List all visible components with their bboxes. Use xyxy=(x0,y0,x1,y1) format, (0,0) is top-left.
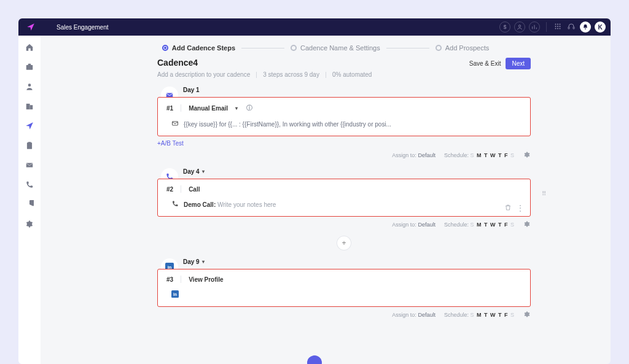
more-icon[interactable]: ⋮ xyxy=(517,204,524,213)
chevron-down-icon[interactable]: ▾ xyxy=(202,169,205,174)
svg-text:in: in xyxy=(173,292,177,296)
gear-icon[interactable] xyxy=(523,311,531,319)
step-name-settings[interactable]: Cadence Name & Settings xyxy=(291,44,380,52)
svg-rect-12 xyxy=(26,65,33,70)
schedule-days[interactable]: S M T W T F S xyxy=(470,312,515,318)
day-block: Day 1 #1 Manual Email ▾ ⓘ xyxy=(41,78,611,160)
svg-rect-16 xyxy=(27,142,32,149)
linkedin-mini-icon: in xyxy=(171,290,179,299)
cadence-icon[interactable] xyxy=(24,122,35,130)
day-label[interactable]: Day 4 xyxy=(183,168,200,175)
step-add-cadence[interactable]: Add Cadence Steps xyxy=(162,44,235,52)
avatar[interactable]: K xyxy=(595,21,606,33)
day-block: Day 4▾ #2 Call Demo Call: Write your not… xyxy=(41,160,611,250)
svg-point-4 xyxy=(555,26,557,27)
svg-point-8 xyxy=(557,28,558,29)
svg-rect-15 xyxy=(30,105,33,109)
pie-icon[interactable] xyxy=(24,200,35,209)
chevron-down-icon[interactable]: ▾ xyxy=(235,106,238,111)
person-icon[interactable] xyxy=(24,82,35,91)
email-outline-icon xyxy=(171,120,179,128)
gear-icon[interactable] xyxy=(523,151,531,160)
svg-point-13 xyxy=(28,83,31,87)
day-block: in Day 9▾ #3 View Profile in xyxy=(41,250,611,319)
phone-outline-icon xyxy=(171,200,179,209)
svg-point-6 xyxy=(560,26,561,27)
step-add-prospects[interactable]: Add Prospects xyxy=(436,44,490,52)
building-icon[interactable] xyxy=(24,102,35,110)
svg-point-5 xyxy=(557,26,558,27)
assign-value[interactable]: Default xyxy=(418,222,436,228)
chevron-down-icon[interactable]: ▾ xyxy=(202,259,205,265)
mail-icon[interactable] xyxy=(24,161,35,169)
topbar-chart-icon[interactable] xyxy=(529,21,540,33)
main-content: Add Cadence Steps Cadence Name & Setting… xyxy=(41,36,611,364)
automated-summary: 0% automated xyxy=(332,71,372,78)
svg-point-2 xyxy=(557,24,558,25)
add-step-button[interactable]: + xyxy=(337,236,351,250)
day-label[interactable]: Day 1 xyxy=(183,87,200,93)
step-number: #2 xyxy=(166,186,173,193)
call-title: Demo Call: xyxy=(184,201,216,208)
svg-rect-17 xyxy=(28,142,31,143)
step-dot-icon xyxy=(436,45,442,51)
info-icon[interactable]: ⓘ xyxy=(246,104,252,112)
assign-value[interactable]: Default xyxy=(418,312,436,318)
gear-icon[interactable] xyxy=(523,220,531,229)
topbar: Sales Engagement $ K xyxy=(18,18,611,36)
assign-label: Assign to: xyxy=(392,152,416,158)
svg-point-3 xyxy=(560,24,561,25)
schedule-label: Schedule: xyxy=(444,152,469,158)
topbar-dollar-icon[interactable]: $ xyxy=(499,21,510,33)
app-title: Sales Engagement xyxy=(43,24,109,31)
day-label[interactable]: Day 9 xyxy=(183,258,200,265)
clipboard-icon[interactable] xyxy=(24,141,35,150)
assign-value[interactable]: Default xyxy=(418,152,436,158)
svg-rect-18 xyxy=(26,163,33,168)
svg-point-7 xyxy=(555,28,557,29)
topbar-apps-icon[interactable] xyxy=(553,23,563,31)
email-body-preview: {{key issue}} for {{... : {{FirstName}},… xyxy=(184,121,391,128)
step-number: #3 xyxy=(166,276,173,283)
next-button[interactable]: Next xyxy=(506,58,531,69)
save-exit-button[interactable]: Save & Exit xyxy=(469,60,501,67)
notes-placeholder[interactable]: Write your notes here xyxy=(217,201,276,208)
svg-point-1 xyxy=(555,24,557,25)
svg-rect-11 xyxy=(573,27,574,29)
cadence-description[interactable]: Add a description to your cadence xyxy=(157,71,250,78)
trash-icon[interactable] xyxy=(504,204,512,213)
sidebar xyxy=(18,36,41,364)
steps-summary: 3 steps across 9 day xyxy=(263,71,319,78)
phone-icon[interactable] xyxy=(24,180,35,189)
step-number: #1 xyxy=(166,105,173,112)
progress-stepper: Add Cadence Steps Cadence Name & Setting… xyxy=(41,36,611,58)
svg-point-9 xyxy=(560,28,561,29)
schedule-days[interactable]: S M T W T F S xyxy=(470,152,515,158)
step-type: Call xyxy=(189,186,200,193)
schedule-days[interactable]: S M T W T F S xyxy=(470,222,515,228)
step-card[interactable]: #2 Call Demo Call: Write your notes here xyxy=(157,179,531,217)
drag-handle-icon[interactable]: ⠿ xyxy=(542,190,547,197)
svg-rect-14 xyxy=(26,104,30,109)
step-type: View Profile xyxy=(189,276,224,283)
step-dot-icon xyxy=(162,45,168,51)
svg-rect-10 xyxy=(568,27,569,29)
svg-point-0 xyxy=(518,25,520,27)
topbar-notifications-icon[interactable] xyxy=(580,21,591,33)
step-card[interactable]: #1 Manual Email ▾ ⓘ {{key issue}} for {{… xyxy=(157,97,531,136)
topbar-headset-icon[interactable] xyxy=(566,23,576,31)
topbar-user-icon[interactable] xyxy=(514,21,525,33)
ab-test-link[interactable]: +A/B Test xyxy=(157,140,184,147)
step-type: Manual Email xyxy=(189,105,228,112)
briefcase-icon[interactable] xyxy=(24,63,35,71)
step-dot-icon xyxy=(291,45,297,51)
home-icon[interactable] xyxy=(24,43,35,52)
app-logo[interactable] xyxy=(18,23,43,31)
settings-icon[interactable] xyxy=(24,220,35,228)
cadence-title: Cadence4 xyxy=(157,58,372,68)
step-card[interactable]: #3 View Profile in xyxy=(157,269,531,307)
